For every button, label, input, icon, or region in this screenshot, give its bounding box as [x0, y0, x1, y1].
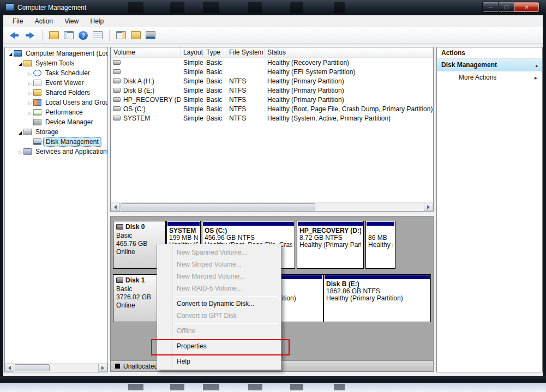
menu-action[interactable]: Action	[30, 15, 58, 27]
volume-list-pane: Volume Layout Type File System Status Si…	[110, 47, 434, 212]
tree-item-performance[interactable]: Performance	[5, 107, 107, 117]
tree-item-shared-folders[interactable]: Shared Folders	[5, 88, 107, 98]
volume-list-horizontal-scrollbar[interactable]	[111, 202, 433, 211]
scroll-left-button[interactable]	[5, 364, 14, 372]
toolbar: ?	[3, 27, 543, 44]
tree-item-device-manager[interactable]: Device Manager	[5, 117, 107, 127]
tree-item-label: Local Users and Groups	[44, 99, 108, 106]
scroll-right-icon	[427, 205, 430, 209]
more-actions-item[interactable]: More Actions	[437, 71, 542, 83]
partition-disk-b[interactable]: Disk B (E:) 1862.86 GB NTFS Healthy (Pri…	[323, 274, 431, 322]
menu-help[interactable]: Help	[86, 15, 109, 27]
cell-status: Healthy (Primary Partition)	[265, 77, 433, 85]
menu-item-convert-to-dynamic-disk[interactable]: Convert to Dynamic Disk...	[157, 298, 281, 310]
column-header-volume[interactable]: Volume	[111, 47, 181, 57]
partition-label: SYSTEM	[169, 227, 198, 234]
tree-item-label: Shared Folders	[44, 89, 92, 97]
scroll-left-button[interactable]	[111, 203, 120, 211]
cell-volume: OS (C:)	[123, 105, 146, 113]
show-action-pane-button[interactable]	[116, 31, 126, 39]
partition-label: Disk B (E:)	[326, 280, 428, 288]
table-row[interactable]: HP_RECOVERY (D:) Simple Basic NTFS Healt…	[111, 95, 433, 104]
disk-status: Online	[116, 301, 163, 310]
up-one-level-button[interactable]	[49, 31, 59, 39]
table-row[interactable]: Disk B (E:) Simple Basic NTFS Healthy (P…	[111, 86, 433, 95]
scroll-right-button[interactable]	[424, 203, 433, 211]
column-header-file-system[interactable]: File System	[226, 47, 265, 57]
cell-status: Healthy (Boot, Page File, Crash Dump, Pr…	[265, 105, 433, 113]
table-row[interactable]: SYSTEM Simple Basic NTFS Healthy (System…	[111, 113, 433, 123]
collapsed-arrow-icon[interactable]	[27, 99, 33, 106]
collapse-chevron-icon[interactable]	[535, 61, 538, 69]
collapsed-arrow-icon[interactable]	[27, 89, 33, 97]
tree-item-system-tools[interactable]: System Tools	[5, 58, 107, 68]
cell-volume: Disk A (H:)	[123, 77, 154, 85]
menu-item-convert-to-gpt-disk: Convert to GPT Disk	[157, 310, 281, 322]
collapsed-arrow-icon[interactable]	[27, 69, 33, 77]
actions-group-disk-management[interactable]: Disk Management	[437, 59, 542, 71]
minimize-button[interactable]: –	[483, 2, 499, 12]
tree-item-task-scheduler[interactable]: Task Scheduler	[5, 68, 107, 78]
tree-item-event-viewer[interactable]: Event Viewer	[5, 78, 107, 88]
partition-status: Healthy (Primary Partition)	[299, 242, 361, 249]
back-button[interactable]	[9, 31, 20, 40]
open-folder-button[interactable]	[131, 31, 141, 39]
help-button[interactable]: ?	[79, 31, 88, 40]
expanded-arrow-icon[interactable]	[17, 128, 23, 136]
primary-partition-band	[167, 222, 200, 226]
maximize-button[interactable]: □	[499, 2, 514, 12]
close-button[interactable]: ×	[514, 2, 539, 12]
volume-icon	[113, 106, 121, 111]
disk-icon	[116, 224, 123, 230]
tree-item-local-users-and-groups[interactable]: Local Users and Groups	[5, 98, 107, 107]
tree-item-label-selected: Disk Management	[44, 137, 101, 146]
glass-reflection	[334, 2, 345, 13]
tree-item-services-and-applications[interactable]: Services and Applications	[5, 147, 107, 156]
scroll-right-button[interactable]	[98, 364, 107, 372]
glass-reflection	[203, 2, 219, 13]
glass-reflection	[170, 2, 184, 13]
table-row[interactable]: Disk A (H:) Simple Basic NTFS Healthy (P…	[111, 76, 433, 86]
expanded-arrow-icon[interactable]	[17, 59, 23, 67]
tree-item-disk-management[interactable]: Disk Management	[5, 137, 107, 147]
column-header-type[interactable]: Type	[203, 47, 226, 57]
export-list-button[interactable]	[93, 31, 103, 39]
forward-button[interactable]	[25, 31, 35, 40]
collapsed-arrow-icon[interactable]	[27, 79, 33, 87]
expanded-arrow-icon[interactable]	[7, 50, 14, 57]
partition-status: Healthy (	[368, 242, 393, 249]
tree-item-label: Device Manager	[44, 118, 94, 126]
scrollbar-thumb[interactable]	[121, 203, 315, 210]
collapsed-arrow-icon[interactable]	[27, 108, 33, 116]
menu-separator	[175, 323, 278, 324]
table-row[interactable]: Simple Basic Healthy (EFI System Partiti…	[111, 67, 433, 76]
cell-type: Basic	[203, 77, 226, 85]
column-header-layout[interactable]: Layout	[181, 47, 203, 57]
menu-view[interactable]: View	[59, 15, 83, 27]
tree-item-label: Computer Management (Local	[24, 50, 108, 57]
tree-item-computer-management[interactable]: Computer Management (Local	[5, 49, 107, 58]
collapsed-arrow-icon[interactable]	[17, 148, 23, 155]
volume-icon	[113, 97, 121, 102]
partition-86mb[interactable]: 86 MB Healthy (	[365, 221, 395, 269]
column-header-status[interactable]: Status	[265, 47, 433, 57]
toolbar-separator	[42, 30, 43, 41]
table-row[interactable]: OS (C:) Simple Basic NTFS Healthy (Boot,…	[111, 104, 433, 113]
titlebar[interactable]: Computer Management – □ ×	[0, 0, 546, 15]
disk-tool-button[interactable]	[146, 31, 155, 39]
menu-item-help[interactable]: Help	[157, 355, 281, 367]
show-console-tree-button[interactable]	[64, 31, 74, 39]
partition-hp-recovery[interactable]: HP_RECOVERY (D:) 8.72 GB NTFS Healthy (P…	[297, 221, 364, 269]
tree-horizontal-scrollbar[interactable]	[5, 363, 107, 372]
menubar: File Action View Help	[3, 15, 543, 27]
disk-size: 465.76 GB	[116, 240, 163, 248]
glass-reflection	[290, 384, 303, 390]
tree-item-storage[interactable]: Storage	[5, 127, 107, 137]
menu-item-new-spanned-volume: New Spanned Volume...	[157, 246, 281, 258]
table-row[interactable]: Simple Basic Healthy (Recovery Partition…	[111, 58, 433, 67]
annotation-properties-highlight	[151, 339, 290, 355]
tree-item-label: Task Scheduler	[44, 69, 92, 77]
scrollbar-thumb[interactable]	[15, 364, 50, 371]
menu-file[interactable]: File	[8, 15, 28, 27]
tree-item-label: Storage	[34, 128, 60, 136]
